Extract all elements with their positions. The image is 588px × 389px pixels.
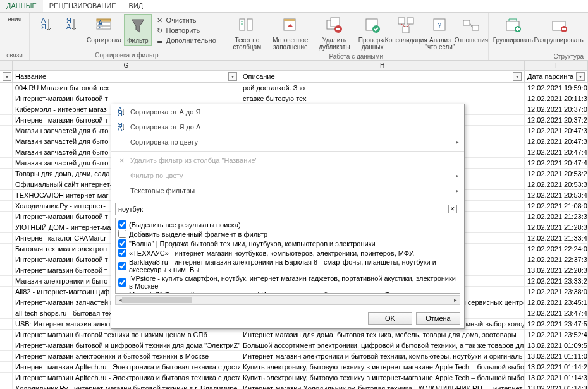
cell-date[interactable]: 12.02.2021 21:23:37 xyxy=(525,212,588,222)
subtotal-button[interactable]: Промежуточный итог xyxy=(584,14,588,52)
cell[interactable] xyxy=(0,287,13,297)
cell-date[interactable]: 12.02.2021 20:47:41 xyxy=(525,147,588,157)
cell-date[interactable]: 13.02.2021 01:14:34 xyxy=(525,373,588,383)
filter-search[interactable]: ✕ xyxy=(115,203,460,215)
cell-date[interactable]: 12.02.2021 20:53:48 xyxy=(525,190,588,200)
tab-review[interactable]: РЕЦЕНЗИРОВАНИЕ xyxy=(43,0,123,12)
cell-desc[interactable]: Интернет-магазин электроники и бытовой т… xyxy=(240,351,525,361)
cell[interactable] xyxy=(0,115,13,125)
cell-desc[interactable]: Большой ассортимент электроники, цифрово… xyxy=(240,340,525,350)
cell[interactable] xyxy=(0,147,13,157)
filter-dropdown-icon[interactable]: ▾ xyxy=(228,72,237,81)
advanced-button[interactable]: ≣Дополнительно xyxy=(154,35,217,45)
cell-date[interactable]: 12.02.2021 21:08:01 xyxy=(525,201,588,211)
cell[interactable] xyxy=(0,93,13,104)
cell[interactable] xyxy=(0,340,13,350)
ok-button[interactable]: OK xyxy=(368,312,412,325)
text-to-columns-button[interactable]: Текст по столбцам xyxy=(228,14,266,52)
tab-data[interactable]: ДАННЫЕ xyxy=(0,0,43,12)
group-button[interactable]: Группировать xyxy=(493,14,534,45)
table-row[interactable]: Интернет магазин Apltech.ru - Электроник… xyxy=(0,362,588,373)
cell-name[interactable]: Интернет-магазин электроники и бытовой т… xyxy=(13,351,240,361)
remove-duplicates-button[interactable]: Удалить дубликаты xyxy=(315,14,355,52)
cell-date[interactable]: 13.02.2021 01:11:03 xyxy=(525,351,588,361)
cell[interactable] xyxy=(0,351,13,361)
checkbox[interactable] xyxy=(118,262,126,270)
cell[interactable] xyxy=(0,126,13,136)
filter-dropdown-icon[interactable]: ▾ xyxy=(513,72,522,81)
horizontal-scrollbar[interactable]: ◂ ▸ xyxy=(115,295,460,305)
cell[interactable] xyxy=(0,362,13,372)
filter-date[interactable]: Дата парсинга▾ xyxy=(525,71,588,82)
cell-date[interactable]: 12.02.2021 20:53:37 xyxy=(525,179,588,189)
cell-name[interactable]: Интернет магазин Apltech.ru - Электроник… xyxy=(13,373,240,383)
cell-date[interactable]: 12.02.2021 23:33:22 xyxy=(525,276,588,286)
checkbox[interactable] xyxy=(118,220,126,229)
cell-date[interactable]: 12.02.2021 20:11:32 xyxy=(525,93,588,104)
sort-za-button[interactable]: ЯА xyxy=(59,14,84,37)
col-header-h[interactable]: H xyxy=(240,61,525,70)
text-filters-item[interactable]: Текстовые фильтры▸ xyxy=(111,183,464,198)
cell[interactable] xyxy=(0,265,13,275)
cell[interactable] xyxy=(0,308,13,318)
clear-filter-button[interactable]: ✕Очистить xyxy=(154,15,217,25)
cell-date[interactable]: 13.02.2021 01:14:24 xyxy=(525,362,588,372)
cell-desc[interactable]: Интернет-магазин Холодильник.ру, бытовая… xyxy=(240,383,525,389)
cell-name[interactable]: Интернет-магазин бытовой и цифровой техн… xyxy=(13,340,240,350)
cell-name[interactable]: Интернет магазин Apltech.ru - Электроник… xyxy=(13,362,240,372)
filter-blank[interactable]: ▾ xyxy=(0,71,13,82)
tab-view[interactable]: ВИД xyxy=(123,0,150,12)
sort-button[interactable]: АЯ Сортировка xyxy=(84,14,124,45)
filter-option[interactable]: «ТЕХХАУС» - интернет-магазин ноутбуков, … xyxy=(117,248,458,258)
cell-desc[interactable]: ставке бытовую тех xyxy=(240,93,525,104)
filter-search-input[interactable] xyxy=(118,205,448,213)
checkbox[interactable] xyxy=(118,239,126,248)
col-header-blank[interactable] xyxy=(0,61,13,70)
flash-fill-button[interactable]: Мгновенное заполнение xyxy=(266,14,315,52)
filter-option[interactable]: IVPstore - купить смартфон, ноутбук, инт… xyxy=(117,274,458,290)
relationships-button[interactable]: Отношения xyxy=(458,14,484,45)
consolidate-button[interactable]: Консолидация xyxy=(391,14,422,45)
cancel-button[interactable]: Отмена xyxy=(416,312,460,325)
table-row[interactable]: Интернет-магазин электроники и бытовой т… xyxy=(0,351,588,362)
sort-az-button[interactable]: АЯ xyxy=(34,14,59,37)
cell-date[interactable]: 12.02.2021 20:47:39 xyxy=(525,126,588,136)
scroll-right-icon[interactable]: ▸ xyxy=(451,296,460,304)
table-row[interactable]: Интернет-магазин бытовой и цифровой техн… xyxy=(0,340,588,351)
filter-option[interactable]: "Волна" | Продажа бытовой техники, ноутб… xyxy=(117,239,458,248)
whatif-button[interactable]: ? Анализ "что если" xyxy=(422,14,459,52)
table-row[interactable]: Холодильник.Ру - интернет-магазин бытово… xyxy=(0,383,588,389)
filter-dropdown-icon[interactable]: ▾ xyxy=(3,72,11,81)
cell-date[interactable]: 12.02.2021 21:28:37 xyxy=(525,222,588,232)
cell-date[interactable]: 12.02.2021 23:47:55 xyxy=(525,319,588,329)
cell-desc[interactable]: рой доставкой. Зво xyxy=(240,83,525,93)
scroll-thumb[interactable] xyxy=(122,297,192,303)
sort-color-item[interactable]: Сортировка по цвету▸ xyxy=(111,135,464,150)
data-validation-button[interactable]: Проверка данных xyxy=(354,14,391,52)
filter-option-add[interactable]: Добавить выделенный фрагмент в фильтр xyxy=(117,229,458,239)
cell[interactable] xyxy=(0,201,13,211)
sort-za-item[interactable]: ЯАСортировка от Я до А xyxy=(111,119,464,135)
checkbox[interactable] xyxy=(118,278,126,287)
cell-date[interactable]: 12.02.2021 20:47:39 xyxy=(525,136,588,147)
cell[interactable] xyxy=(0,373,13,383)
filter-desc[interactable]: Описание▾ xyxy=(240,71,525,82)
cell[interactable] xyxy=(0,190,13,200)
sort-az-item[interactable]: АЯСортировка от А до Я xyxy=(111,104,464,119)
cell-date[interactable]: 12.02.2021 20:37:22 xyxy=(525,115,588,125)
cell-date[interactable]: 12.02.2021 20:37:09 xyxy=(525,104,588,114)
cell[interactable] xyxy=(0,383,13,389)
table-row[interactable]: 004.RU Магазин бытовой техрой доставкой.… xyxy=(0,83,588,93)
cell-name[interactable]: 004.RU Магазин бытовой тех xyxy=(13,83,240,93)
cell[interactable] xyxy=(0,83,13,93)
cell-date[interactable]: 13.02.2021 01:14:38 xyxy=(525,383,588,389)
cell[interactable] xyxy=(0,136,13,147)
cell-date[interactable]: 12.02.2021 19:59:09 xyxy=(525,83,588,93)
cell[interactable] xyxy=(0,297,13,308)
checkbox[interactable] xyxy=(118,230,126,238)
table-row[interactable]: Интернет магазин бытовой техники по низк… xyxy=(0,330,588,340)
table-row[interactable]: Интернет-магазин бытовой тставке бытовую… xyxy=(0,93,588,104)
filter-option-select-all[interactable]: (Выделить все результаты поиска) xyxy=(117,220,458,229)
cell-desc[interactable]: Интернет магазин для дома: бытовая техни… xyxy=(240,330,525,340)
filter-dropdown-icon[interactable]: ▾ xyxy=(576,72,585,81)
